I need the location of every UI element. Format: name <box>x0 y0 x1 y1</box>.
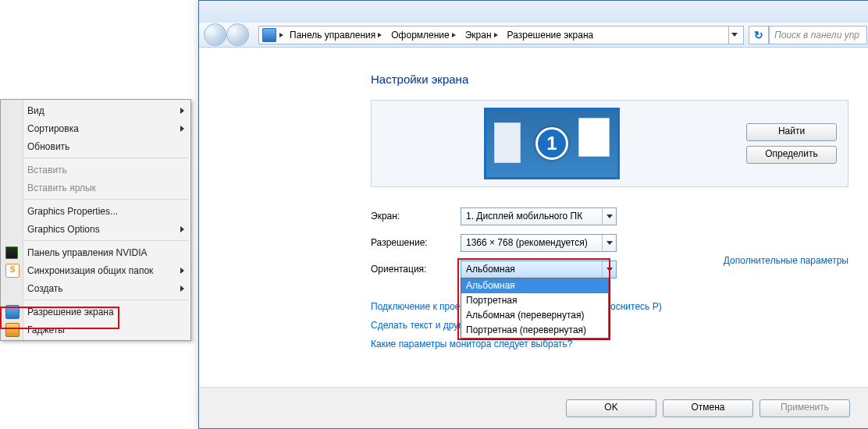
desktop-context-menu: ВидСортировкаОбновитьВставитьВставить яр… <box>0 99 191 341</box>
text-size-link[interactable]: Сделать текст и другие элементы больше и… <box>371 320 848 331</box>
search-placeholder: Поиск в панели упр <box>774 30 859 41</box>
refresh-button[interactable]: ↻ <box>749 26 769 44</box>
find-button[interactable]: Найти <box>746 123 837 141</box>
display-label: Экран: <box>371 211 461 222</box>
refresh-icon: ↻ <box>754 29 763 41</box>
context-menu-label: Graphics Options <box>27 224 100 235</box>
context-menu-separator <box>24 300 189 300</box>
window-content: Настройки экрана 1 Найти Определить Экра… <box>199 48 868 388</box>
submenu-arrow-icon <box>180 108 184 114</box>
submenu-arrow-icon <box>180 226 184 232</box>
context-menu-item: Вставить ярлык <box>1 179 190 197</box>
context-menu-item[interactable]: SСинхронизация общих папок <box>1 261 190 279</box>
context-menu-item[interactable]: Сортировка <box>1 119 190 137</box>
chevron-right-icon <box>494 33 498 37</box>
nav-back-button[interactable] <box>204 23 226 46</box>
context-menu-label: Обновить <box>27 141 69 152</box>
monitor-help-link[interactable]: Какие параметры монитора следует выбрать… <box>371 339 848 349</box>
context-menu-label: Создать <box>27 283 63 294</box>
combo-dropdown-button[interactable] <box>602 208 616 225</box>
resolution-combo[interactable]: 1366 × 768 (рекомендуется) <box>461 234 617 252</box>
submenu-arrow-icon <box>180 126 184 132</box>
orientation-value: Альбомная <box>466 264 515 275</box>
submenu-arrow-icon <box>180 268 184 274</box>
orientation-dropdown: АльбомнаяПортретнаяАльбомная (перевернут… <box>461 278 609 339</box>
context-menu-label: Разрешение экрана <box>27 307 114 317</box>
context-menu-item[interactable]: Вид <box>1 101 190 119</box>
context-menu-label: Вставить <box>27 165 67 176</box>
search-input[interactable]: Поиск в панели упр <box>769 26 867 44</box>
monitor-number-badge: 1 <box>535 127 568 160</box>
page-title: Настройки экрана <box>371 73 848 86</box>
context-menu-label: Graphics Properties... <box>27 206 118 217</box>
sy-icon: S <box>5 264 20 278</box>
display-value: 1. Дисплей мобильного ПК <box>466 211 582 222</box>
orientation-combo[interactable]: Альбомная <box>461 261 617 278</box>
context-menu-label: Панель управления NVIDIA <box>27 247 148 258</box>
context-menu-item[interactable]: Graphics Options <box>1 220 190 238</box>
ok-button[interactable]: OK <box>566 399 656 417</box>
context-menu-item[interactable]: Панель управления NVIDIA <box>1 243 190 261</box>
nav-forward-button[interactable] <box>226 23 249 46</box>
address-history-dropdown[interactable] <box>728 27 740 44</box>
context-menu-item[interactable]: Разрешение экрана <box>1 303 190 321</box>
context-menu-separator <box>24 158 189 158</box>
context-menu-separator <box>24 199 189 200</box>
detect-button[interactable]: Определить <box>746 146 837 164</box>
context-menu-item[interactable]: Создать <box>1 279 190 297</box>
chevron-down-icon <box>607 241 613 245</box>
context-menu-item[interactable]: Обновить <box>1 137 190 155</box>
submenu-arrow-icon <box>180 285 184 292</box>
resolution-label: Разрешение: <box>371 237 461 248</box>
nv-icon <box>5 246 18 259</box>
context-menu-item[interactable]: Гаджеты <box>1 321 190 339</box>
cancel-button[interactable]: Отмена <box>663 399 753 417</box>
control-panel-icon <box>262 28 276 42</box>
chevron-right-icon <box>452 33 456 37</box>
window-toolbar: Панель управления Оформление Экран Разре… <box>199 23 868 48</box>
orientation-option[interactable]: Портретная <box>461 293 608 308</box>
chevron-right-icon <box>279 33 283 37</box>
context-menu-label: Синхронизация общих папок <box>27 265 153 276</box>
orientation-option[interactable]: Альбомная (перевернутая) <box>461 308 608 323</box>
chevron-down-icon <box>607 214 613 218</box>
chevron-down-icon <box>731 33 738 37</box>
projector-link[interactable]: Подключение к проектору (или нажмите кла… <box>371 301 848 312</box>
advanced-settings-link[interactable]: Дополнительные параметры <box>724 255 848 266</box>
apply-button[interactable]: Применить <box>760 399 850 417</box>
disp-icon <box>5 305 20 319</box>
breadcrumb-seg[interactable]: Экран <box>465 30 492 41</box>
context-menu-label: Гаджеты <box>27 324 65 335</box>
orientation-option[interactable]: Портретная (перевернутая) <box>461 323 608 338</box>
window-titlebar[interactable] <box>199 1 868 23</box>
context-menu-label: Вставить ярлык <box>27 183 96 193</box>
breadcrumb-seg[interactable]: Оформление <box>391 30 449 41</box>
display-combo[interactable]: 1. Дисплей мобильного ПК <box>461 207 617 225</box>
context-menu-separator <box>24 240 189 241</box>
context-menu-item[interactable]: Graphics Properties... <box>1 202 190 220</box>
combo-dropdown-button[interactable] <box>602 261 616 278</box>
gad-icon <box>5 323 20 337</box>
orientation-label: Ориентация: <box>371 264 461 275</box>
breadcrumb-seg[interactable]: Разрешение экрана <box>507 30 594 41</box>
orientation-option[interactable]: Альбомная <box>461 278 608 293</box>
context-menu-label: Вид <box>27 105 44 116</box>
context-menu-label: Сортировка <box>27 123 79 134</box>
address-bar[interactable]: Панель управления Оформление Экран Разре… <box>258 26 744 44</box>
chevron-down-icon <box>607 268 613 271</box>
context-menu-item: Вставить <box>1 161 190 179</box>
display-preview-panel: 1 Найти Определить <box>371 100 848 187</box>
chevron-right-icon <box>378 33 382 37</box>
monitor-thumbnail[interactable]: 1 <box>484 108 620 179</box>
resolution-value: 1366 × 768 (рекомендуется) <box>466 237 588 248</box>
control-panel-window: Панель управления Оформление Экран Разре… <box>198 0 868 429</box>
window-footer: OK Отмена Применить <box>199 387 868 428</box>
breadcrumb-seg[interactable]: Панель управления <box>290 30 375 41</box>
combo-dropdown-button[interactable] <box>602 235 616 251</box>
